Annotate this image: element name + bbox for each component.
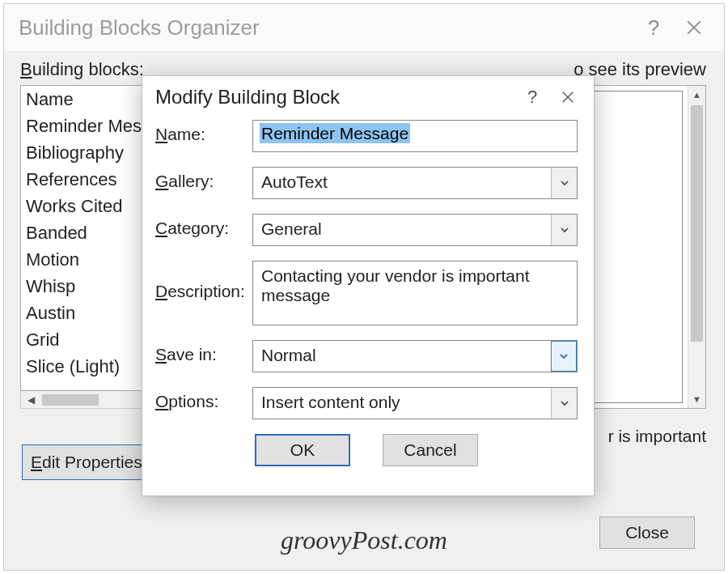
name-value: Reminder Message [260,123,410,143]
cancel-button[interactable]: Cancel [383,434,478,466]
building-blocks-list-wrap: Name Reminder Mes Bibliography Reference… [20,85,150,409]
name-label: Name: [155,120,252,144]
ok-button[interactable]: OK [255,434,350,466]
save-in-value: Normal [253,341,551,372]
close-button[interactable]: Close [599,517,695,549]
building-blocks-list[interactable]: Name Reminder Mes Bibliography Reference… [20,85,150,391]
list-item[interactable]: Reminder Mes [26,113,144,139]
building-blocks-label: Building blocks: [20,59,144,80]
chevron-down-icon[interactable] [551,168,577,198]
chevron-down-icon[interactable] [551,341,577,372]
save-in-combo[interactable]: Normal [252,340,578,372]
list-item[interactable]: Works Cited [26,193,144,219]
scroll-down-icon[interactable]: ▼ [688,390,705,408]
list-item[interactable]: References [26,166,144,193]
parent-dialog-title: Building Blocks Organizer [19,15,633,40]
help-button[interactable]: ? [633,7,674,48]
scroll-up-icon[interactable]: ▲ [688,86,705,104]
close-icon[interactable] [674,7,714,48]
list-item[interactable]: Austin [26,300,144,326]
gallery-value: AutoText [253,168,551,198]
list-item[interactable]: Whisp [26,273,144,300]
list-item[interactable]: Slice (Light) [26,353,144,380]
gallery-combo[interactable]: AutoText [252,167,578,199]
close-icon[interactable] [550,79,586,115]
list-item[interactable]: Banded [26,219,144,246]
options-label: Options: [155,387,252,411]
category-label: Category: [155,214,252,238]
list-item[interactable]: Bibliography [26,139,144,166]
scroll-left-icon[interactable]: ◀ [21,391,40,408]
chevron-down-icon[interactable] [551,215,577,245]
parent-title-bar: Building Blocks Organizer ? [4,4,724,51]
description-label: Description: [155,261,252,301]
modal-title-bar: Modify Building Block ? [142,76,594,118]
description-field[interactable]: Contacting your vendor is important mess… [252,261,578,325]
preview-vertical-scrollbar[interactable]: ▲ ▼ [688,86,705,408]
scroll-thumb[interactable] [691,105,703,342]
options-value: Insert content only [253,388,551,419]
options-combo[interactable]: Insert content only [252,387,578,419]
save-in-label: Save in: [155,340,252,364]
category-combo[interactable]: General [252,214,578,246]
scroll-thumb[interactable] [42,394,99,406]
chevron-down-icon[interactable] [551,388,577,419]
list-item[interactable]: Grid [26,326,144,353]
modify-building-block-dialog: Modify Building Block ? Name: Reminder M… [142,75,595,496]
list-item[interactable]: Motion [26,246,144,273]
help-button[interactable]: ? [514,79,550,115]
list-horizontal-scrollbar[interactable]: ◀ [20,391,150,409]
watermark: groovyPost.com [281,525,447,555]
edit-properties-button[interactable]: Edit Properties. [22,444,148,480]
category-value: General [253,215,551,245]
list-column-header[interactable]: Name [26,86,144,113]
modal-dialog-title: Modify Building Block [155,86,514,108]
name-field[interactable]: Reminder Message [252,120,578,152]
gallery-label: Gallery: [155,167,252,191]
